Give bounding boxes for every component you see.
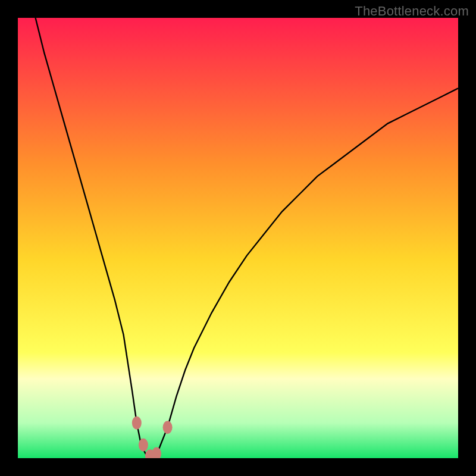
curve-marker [163,421,173,434]
curve-marker [132,416,142,430]
watermark-text: TheBottleneck.com [355,4,469,19]
plot-area [18,18,458,458]
bottleneck-chart [18,18,458,458]
chart-outer-frame: TheBottleneck.com [0,0,476,476]
gradient-background [18,18,458,458]
curve-marker [139,439,148,452]
